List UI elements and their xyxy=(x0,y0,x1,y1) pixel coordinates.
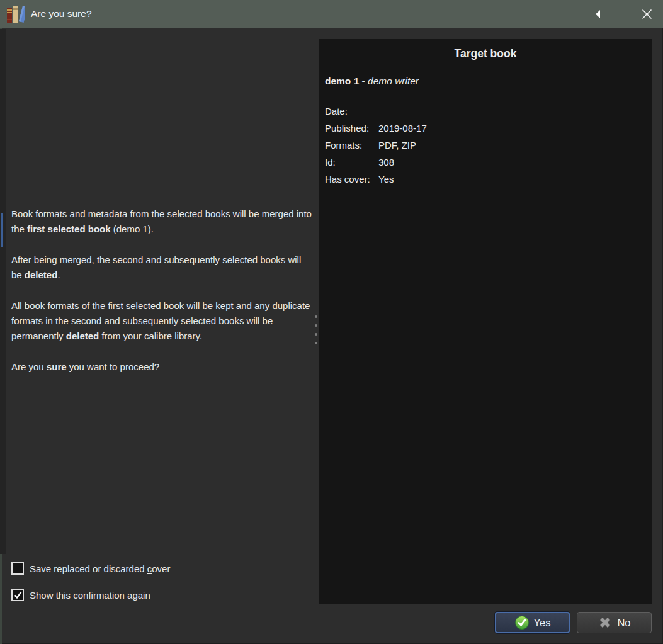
yes-button-label: Yes xyxy=(534,617,551,629)
field-value: Yes xyxy=(378,171,394,188)
metadata-row: Published: 2019-08-17 xyxy=(325,120,652,137)
green-check-circle-icon xyxy=(514,615,530,630)
metadata-table: Date: Published: 2019-08-17 Formats: PDF… xyxy=(325,103,652,188)
splitter-dot xyxy=(315,324,317,327)
no-button[interactable]: No xyxy=(577,612,652,633)
panel-title: Target book xyxy=(319,47,652,60)
field-value: 308 xyxy=(378,154,394,171)
titlebar[interactable]: Are you sure? xyxy=(0,0,663,28)
field-label: Id: xyxy=(325,154,378,171)
message-paragraph: All book formats of the first selected b… xyxy=(11,298,312,344)
book-title-author: demo 1 - demo writer xyxy=(325,76,652,87)
field-value: 2019-08-17 xyxy=(378,120,427,137)
field-label: Published: xyxy=(325,120,378,137)
field-label: Date: xyxy=(325,103,378,120)
message-scrollbar-thumb[interactable] xyxy=(1,213,3,247)
metadata-row: Date: xyxy=(325,103,652,120)
window-title: Are you sure? xyxy=(31,8,92,20)
splitter-handle[interactable] xyxy=(314,314,319,346)
checkbox-label: Show this confirmation again xyxy=(30,590,150,601)
message-paragraph: Book formats and metadata from the selec… xyxy=(11,206,312,237)
field-value: PDF, ZIP xyxy=(378,137,416,154)
checkbox-show-confirmation[interactable]: Show this confirmation again xyxy=(11,588,170,602)
gray-cross-icon xyxy=(598,615,613,630)
message-paragraph: After being merged, the second and subse… xyxy=(11,252,312,283)
splitter-dot xyxy=(315,333,317,336)
checkbox-box[interactable] xyxy=(11,562,24,575)
checkbox-box[interactable] xyxy=(11,589,24,601)
collapse-left-arrow-icon[interactable] xyxy=(594,9,601,19)
metadata-row: Id: 308 xyxy=(325,154,652,171)
splitter-dot xyxy=(315,342,317,344)
field-label: Has cover: xyxy=(325,171,378,188)
checkbox-save-cover[interactable]: Save replaced or discarded cover xyxy=(11,562,170,575)
yes-button[interactable]: Yes xyxy=(495,612,570,633)
message-scrollbar-track[interactable] xyxy=(0,29,6,554)
metadata-row: Formats: PDF, ZIP xyxy=(325,137,652,154)
checkbox-label: Save replaced or discarded cover xyxy=(30,563,170,574)
calibre-books-icon xyxy=(6,4,25,24)
dialog-window: Are you sure? Book formats and metadata … xyxy=(0,0,663,644)
options: Save replaced or discarded cover Show th… xyxy=(11,562,170,602)
dialog-buttons: Yes No xyxy=(495,612,652,633)
close-icon[interactable] xyxy=(640,8,654,21)
message-paragraph: Are you sure you want to proceed? xyxy=(11,359,312,375)
no-button-label: No xyxy=(617,617,630,629)
metadata-row: Has cover: Yes xyxy=(325,171,652,188)
confirmation-message: Book formats and metadata from the selec… xyxy=(11,206,312,390)
field-label: Formats: xyxy=(325,137,378,154)
target-book-panel: Target book demo 1 - demo writer Date: P… xyxy=(319,39,652,604)
splitter-dot xyxy=(315,315,317,318)
